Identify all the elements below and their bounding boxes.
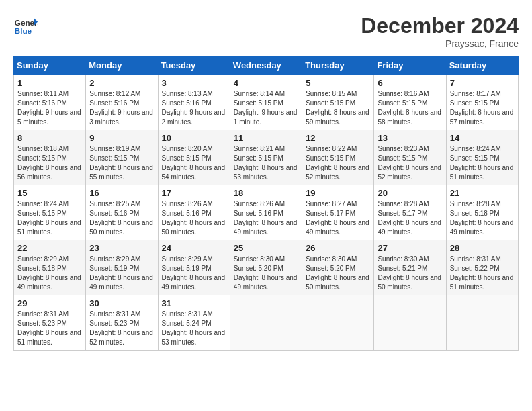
calendar-cell: 30 Sunrise: 8:31 AMSunset: 5:23 PMDaylig… [86,295,158,351]
calendar-cell: 21 Sunrise: 8:28 AMSunset: 5:18 PMDaylig… [446,185,518,240]
day-info: Sunrise: 8:30 AMSunset: 5:20 PMDaylight:… [306,255,369,291]
day-info: Sunrise: 8:16 AMSunset: 5:15 PMDaylight:… [378,90,441,126]
day-number: 27 [378,243,442,253]
day-number: 28 [450,243,515,253]
dow-header-sunday: Sunday [14,56,86,75]
calendar-week-3: 15 Sunrise: 8:24 AMSunset: 5:15 PMDaylig… [14,185,519,240]
day-info: Sunrise: 8:14 AMSunset: 5:15 PMDaylight:… [234,90,298,126]
calendar-week-4: 22 Sunrise: 8:29 AMSunset: 5:18 PMDaylig… [14,240,519,295]
day-info: Sunrise: 8:30 AMSunset: 5:21 PMDaylight:… [378,255,441,291]
day-number: 24 [162,243,226,253]
calendar-week-5: 29 Sunrise: 8:31 AMSunset: 5:23 PMDaylig… [14,295,519,351]
day-number: 13 [378,133,442,143]
calendar-cell: 2 Sunrise: 8:12 AMSunset: 5:16 PMDayligh… [86,75,158,130]
calendar-cell: 13 Sunrise: 8:23 AMSunset: 5:15 PMDaylig… [374,130,446,185]
day-info: Sunrise: 8:23 AMSunset: 5:15 PMDaylight:… [378,145,441,181]
day-number: 22 [17,243,82,253]
day-number: 26 [306,243,370,253]
calendar-week-1: 1 Sunrise: 8:11 AMSunset: 5:16 PMDayligh… [14,75,519,130]
calendar-cell: 5 Sunrise: 8:15 AMSunset: 5:15 PMDayligh… [302,75,374,130]
day-number: 4 [234,78,298,88]
calendar-cell [446,295,518,351]
calendar-cell: 23 Sunrise: 8:29 AMSunset: 5:19 PMDaylig… [86,240,158,295]
logo-icon: General Blue [13,13,38,38]
day-info: Sunrise: 8:29 AMSunset: 5:19 PMDaylight:… [89,255,153,291]
day-info: Sunrise: 8:17 AMSunset: 5:15 PMDaylight:… [450,90,514,126]
day-info: Sunrise: 8:31 AMSunset: 5:23 PMDaylight:… [17,310,81,346]
day-info: Sunrise: 8:24 AMSunset: 5:15 PMDaylight:… [450,145,514,181]
calendar-table: SundayMondayTuesdayWednesdayThursdayFrid… [13,56,519,351]
calendar-cell: 14 Sunrise: 8:24 AMSunset: 5:15 PMDaylig… [446,130,518,185]
dow-header-friday: Friday [374,56,446,75]
day-number: 12 [306,133,370,143]
day-number: 20 [378,188,442,198]
day-info: Sunrise: 8:20 AMSunset: 5:15 PMDaylight:… [162,145,226,181]
calendar-cell: 24 Sunrise: 8:29 AMSunset: 5:19 PMDaylig… [158,240,230,295]
day-info: Sunrise: 8:31 AMSunset: 5:24 PMDaylight:… [162,310,226,346]
calendar-cell: 11 Sunrise: 8:21 AMSunset: 5:15 PMDaylig… [230,130,302,185]
day-number: 15 [17,188,82,198]
calendar-cell: 8 Sunrise: 8:18 AMSunset: 5:15 PMDayligh… [14,130,86,185]
day-info: Sunrise: 8:12 AMSunset: 5:16 PMDaylight:… [89,90,153,126]
calendar-cell: 9 Sunrise: 8:19 AMSunset: 5:15 PMDayligh… [86,130,158,185]
calendar-cell: 22 Sunrise: 8:29 AMSunset: 5:18 PMDaylig… [14,240,86,295]
day-info: Sunrise: 8:13 AMSunset: 5:16 PMDaylight:… [162,90,226,126]
day-number: 6 [378,78,442,88]
calendar-cell: 27 Sunrise: 8:30 AMSunset: 5:21 PMDaylig… [374,240,446,295]
dow-header-saturday: Saturday [446,56,518,75]
day-number: 14 [450,133,515,143]
day-number: 16 [89,188,154,198]
calendar-cell: 10 Sunrise: 8:20 AMSunset: 5:15 PMDaylig… [158,130,230,185]
day-number: 21 [450,188,515,198]
day-number: 2 [89,78,154,88]
day-number: 17 [162,188,226,198]
day-number: 9 [89,133,154,143]
day-info: Sunrise: 8:28 AMSunset: 5:18 PMDaylight:… [450,200,514,236]
day-info: Sunrise: 8:28 AMSunset: 5:17 PMDaylight:… [378,200,441,236]
day-number: 3 [162,78,226,88]
day-number: 1 [17,78,82,88]
calendar-cell: 15 Sunrise: 8:24 AMSunset: 5:15 PMDaylig… [14,185,86,240]
day-info: Sunrise: 8:29 AMSunset: 5:19 PMDaylight:… [162,255,226,291]
day-info: Sunrise: 8:30 AMSunset: 5:20 PMDaylight:… [234,255,298,291]
logo: General Blue [13,13,38,38]
day-info: Sunrise: 8:31 AMSunset: 5:23 PMDaylight:… [89,310,153,346]
day-number: 10 [162,133,226,143]
calendar-cell: 17 Sunrise: 8:26 AMSunset: 5:16 PMDaylig… [158,185,230,240]
calendar-cell: 4 Sunrise: 8:14 AMSunset: 5:15 PMDayligh… [230,75,302,130]
day-info: Sunrise: 8:15 AMSunset: 5:15 PMDaylight:… [306,90,369,126]
calendar-cell: 16 Sunrise: 8:25 AMSunset: 5:16 PMDaylig… [86,185,158,240]
day-info: Sunrise: 8:19 AMSunset: 5:15 PMDaylight:… [89,145,153,181]
day-number: 30 [89,298,154,308]
dow-header-tuesday: Tuesday [158,56,230,75]
day-number: 5 [306,78,370,88]
calendar-cell: 29 Sunrise: 8:31 AMSunset: 5:23 PMDaylig… [14,295,86,351]
day-number: 23 [89,243,154,253]
calendar-cell [302,295,374,351]
calendar-cell: 26 Sunrise: 8:30 AMSunset: 5:20 PMDaylig… [302,240,374,295]
day-info: Sunrise: 8:31 AMSunset: 5:22 PMDaylight:… [450,255,514,291]
day-number: 8 [17,133,82,143]
calendar-cell: 6 Sunrise: 8:16 AMSunset: 5:15 PMDayligh… [374,75,446,130]
calendar-cell: 1 Sunrise: 8:11 AMSunset: 5:16 PMDayligh… [14,75,86,130]
title-block: December 2024 Prayssac, France [361,13,519,49]
calendar-cell: 7 Sunrise: 8:17 AMSunset: 5:15 PMDayligh… [446,75,518,130]
calendar-cell: 28 Sunrise: 8:31 AMSunset: 5:22 PMDaylig… [446,240,518,295]
dow-header-monday: Monday [86,56,158,75]
day-number: 18 [234,188,298,198]
calendar-cell [374,295,446,351]
calendar-week-2: 8 Sunrise: 8:18 AMSunset: 5:15 PMDayligh… [14,130,519,185]
day-info: Sunrise: 8:24 AMSunset: 5:15 PMDaylight:… [17,200,81,236]
day-number: 19 [306,188,370,198]
day-info: Sunrise: 8:21 AMSunset: 5:15 PMDaylight:… [234,145,298,181]
svg-text:Blue: Blue [15,26,32,35]
dow-header-wednesday: Wednesday [230,56,302,75]
day-info: Sunrise: 8:26 AMSunset: 5:16 PMDaylight:… [234,200,298,236]
day-number: 31 [162,298,226,308]
page-header: General Blue December 2024 Prayssac, Fra… [13,13,519,49]
day-number: 7 [450,78,515,88]
calendar-cell: 20 Sunrise: 8:28 AMSunset: 5:17 PMDaylig… [374,185,446,240]
day-info: Sunrise: 8:29 AMSunset: 5:18 PMDaylight:… [17,255,81,291]
day-number: 29 [17,298,82,308]
calendar-cell: 19 Sunrise: 8:27 AMSunset: 5:17 PMDaylig… [302,185,374,240]
